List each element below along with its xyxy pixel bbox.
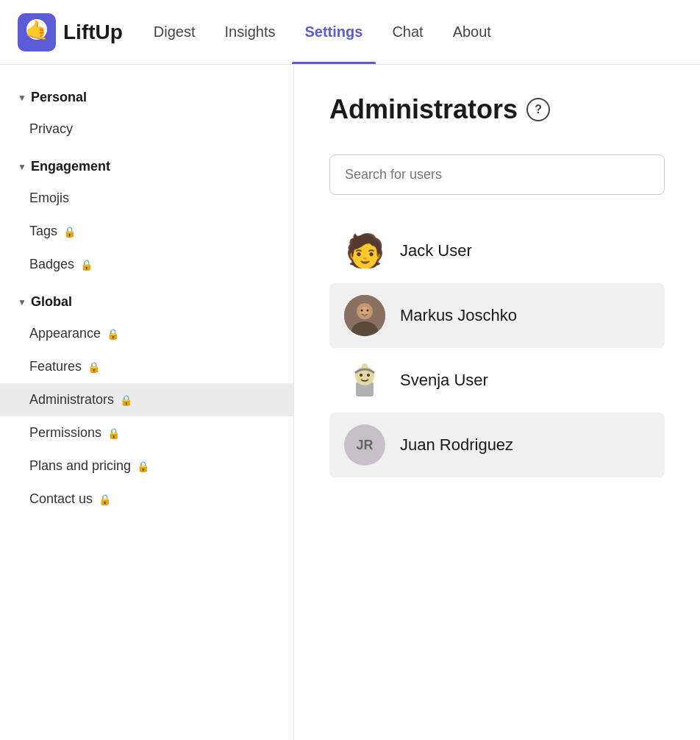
tags-lock-icon: 🔒 (63, 226, 76, 238)
chevron-global-icon: ▼ (18, 297, 26, 307)
sidebar-section-personal-label: Personal (31, 90, 87, 105)
help-button[interactable]: ? (526, 98, 550, 121)
sidebar-item-privacy[interactable]: Privacy (0, 113, 293, 146)
user-item-jack[interactable]: 🧑 Jack User (329, 218, 665, 283)
avatar-markus (344, 295, 385, 336)
svg-point-13 (360, 374, 362, 377)
logo-icon: 🤙 (18, 13, 56, 51)
user-item-markus[interactable]: Markus Joschko (329, 283, 665, 348)
sidebar-section-global-header[interactable]: ▼ Global (0, 287, 293, 317)
app-name: LiftUp (63, 21, 123, 44)
sidebar-section-global-label: Global (31, 294, 72, 310)
chevron-personal-icon: ▼ (18, 93, 26, 103)
sidebar-item-badges-label: Badges (29, 257, 74, 272)
appearance-lock-icon: 🔒 (107, 328, 119, 340)
sidebar-item-tags[interactable]: Tags 🔒 (0, 215, 293, 248)
sidebar-item-contact-us-label: Contact us (29, 491, 93, 507)
main-content: Administrators ? 🧑 Jack User (294, 65, 700, 740)
sidebar-section-engagement: ▼ Engagement Emojis Tags 🔒 Badges 🔒 (0, 152, 293, 281)
help-icon-label: ? (535, 103, 542, 116)
sidebar-item-contact-us[interactable]: Contact us 🔒 (0, 483, 293, 516)
nav-chat[interactable]: Chat (379, 0, 436, 64)
chevron-engagement-icon: ▼ (18, 162, 26, 172)
sidebar-item-appearance[interactable]: Appearance 🔒 (0, 317, 293, 350)
sidebar-item-plans-pricing[interactable]: Plans and pricing 🔒 (0, 449, 293, 483)
search-input[interactable] (329, 154, 665, 195)
sidebar-item-appearance-label: Appearance (29, 326, 101, 341)
user-item-juan[interactable]: JR Juan Rodriguez (329, 413, 665, 477)
user-name-juan: Juan Rodriguez (400, 435, 513, 455)
sidebar-item-privacy-label: Privacy (29, 121, 73, 137)
sidebar-item-features-label: Features (29, 359, 82, 374)
page-title: Administrators ? (329, 94, 665, 125)
svg-point-14 (367, 374, 370, 377)
nav-insights[interactable]: Insights (212, 0, 289, 64)
svg-point-8 (361, 310, 363, 312)
nav-settings[interactable]: Settings (292, 0, 376, 64)
sidebar-item-plans-pricing-label: Plans and pricing (29, 458, 131, 474)
sidebar-section-engagement-header[interactable]: ▼ Engagement (0, 152, 293, 182)
sidebar-item-emojis-label: Emojis (29, 191, 69, 206)
svg-text:🤙: 🤙 (25, 18, 49, 42)
sidebar-item-tags-label: Tags (29, 224, 57, 239)
sidebar-item-permissions[interactable]: Permissions 🔒 (0, 416, 293, 449)
logo-area[interactable]: 🤙 LiftUp (18, 13, 123, 51)
sidebar-item-permissions-label: Permissions (29, 425, 101, 441)
sidebar: ▼ Personal Privacy ▼ Engagement Emojis T… (0, 65, 294, 740)
header: 🤙 LiftUp Digest Insights Settings Chat A… (0, 0, 700, 65)
sidebar-section-engagement-label: Engagement (31, 159, 110, 174)
main-nav: Digest Insights Settings Chat About (140, 0, 504, 64)
avatar-juan: JR (344, 424, 385, 466)
nav-digest[interactable]: Digest (140, 0, 209, 64)
sidebar-item-features[interactable]: Features 🔒 (0, 350, 293, 383)
avatar-jack: 🧑 (344, 230, 385, 271)
plans-pricing-lock-icon: 🔒 (137, 460, 149, 472)
juan-initials: JR (356, 438, 373, 453)
sidebar-section-personal-header[interactable]: ▼ Personal (0, 82, 293, 113)
sidebar-item-administrators-label: Administrators (29, 392, 114, 408)
sidebar-section-global: ▼ Global Appearance 🔒 Features 🔒 Adminis… (0, 287, 293, 516)
user-item-svenja[interactable]: Svenja User (329, 348, 665, 413)
search-container (329, 154, 665, 195)
permissions-lock-icon: 🔒 (107, 427, 120, 439)
sidebar-item-administrators[interactable]: Administrators 🔒 (0, 383, 293, 416)
administrators-lock-icon: 🔒 (120, 394, 132, 406)
avatar-svenja (344, 360, 385, 401)
sidebar-section-personal: ▼ Personal Privacy (0, 82, 293, 146)
user-name-jack: Jack User (400, 241, 472, 260)
layout: ▼ Personal Privacy ▼ Engagement Emojis T… (0, 65, 700, 740)
badges-lock-icon: 🔒 (80, 259, 93, 271)
sidebar-item-emojis[interactable]: Emojis (0, 182, 293, 215)
features-lock-icon: 🔒 (88, 361, 100, 373)
sidebar-item-badges[interactable]: Badges 🔒 (0, 248, 293, 281)
svg-point-9 (367, 310, 369, 312)
user-name-svenja: Svenja User (400, 371, 488, 390)
nav-about[interactable]: About (440, 0, 504, 64)
contact-us-lock-icon: 🔒 (99, 494, 111, 505)
user-name-markus: Markus Joschko (400, 306, 517, 325)
user-list: 🧑 Jack User (329, 218, 665, 477)
page-title-text: Administrators (329, 94, 518, 125)
